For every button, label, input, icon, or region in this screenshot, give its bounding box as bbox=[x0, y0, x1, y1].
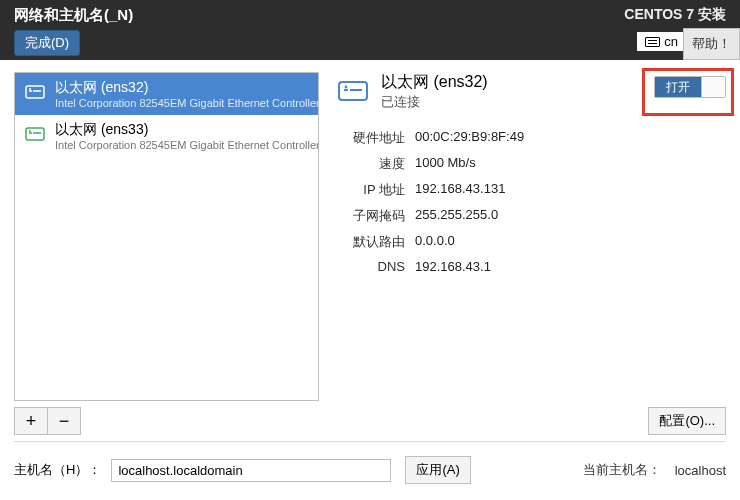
svg-point-5 bbox=[345, 86, 348, 89]
keyboard-indicator[interactable]: cn bbox=[637, 32, 686, 51]
interface-description: Intel Corporation 82545EM Gigabit Ethern… bbox=[55, 139, 319, 151]
done-button[interactable]: 完成(D) bbox=[14, 30, 80, 56]
speed-label: 速度 bbox=[335, 155, 405, 173]
footer: 主机名（H）： 应用(A) 当前主机名： localhost bbox=[0, 442, 740, 498]
hw-address-label: 硬件地址 bbox=[335, 129, 405, 147]
remove-interface-button[interactable]: − bbox=[47, 407, 81, 435]
route-label: 默认路由 bbox=[335, 233, 405, 251]
interface-name: 以太网 (ens33) bbox=[55, 121, 319, 139]
configure-button[interactable]: 配置(O)... bbox=[648, 407, 726, 435]
ethernet-icon bbox=[335, 72, 371, 108]
ip-label: IP 地址 bbox=[335, 181, 405, 199]
svg-point-1 bbox=[29, 88, 31, 90]
detail-interface-name: 以太网 (ens32) bbox=[381, 72, 488, 93]
toggle-on-label: 打开 bbox=[655, 77, 701, 97]
mask-label: 子网掩码 bbox=[335, 207, 405, 225]
connection-status: 已连接 bbox=[381, 93, 488, 111]
interface-item-ens32[interactable]: 以太网 (ens32) Intel Corporation 82545EM Gi… bbox=[15, 73, 318, 115]
ip-value: 192.168.43.131 bbox=[415, 181, 505, 199]
interface-item-ens33[interactable]: 以太网 (ens33) Intel Corporation 82545EM Gi… bbox=[15, 115, 318, 157]
interface-list: 以太网 (ens32) Intel Corporation 82545EM Gi… bbox=[14, 72, 319, 401]
interface-panel: 以太网 (ens32) Intel Corporation 82545EM Gi… bbox=[14, 72, 319, 435]
svg-rect-0 bbox=[26, 86, 44, 98]
connection-toggle[interactable]: 打开 bbox=[654, 76, 726, 98]
hw-address-value: 00:0C:29:B9:8F:49 bbox=[415, 129, 524, 147]
current-hostname-value: localhost bbox=[675, 463, 726, 478]
hostname-label: 主机名（H）： bbox=[14, 461, 101, 479]
list-buttons: + − bbox=[14, 407, 319, 435]
ethernet-icon bbox=[23, 79, 47, 103]
toggle-knob bbox=[701, 77, 725, 97]
detail-rows: 硬件地址00:0C:29:B9:8F:49 速度1000 Mb/s IP 地址1… bbox=[335, 129, 726, 274]
content-area: 以太网 (ens32) Intel Corporation 82545EM Gi… bbox=[0, 60, 740, 435]
header-bar: 网络和主机名(_N) 完成(D) CENTOS 7 安装 cn 帮助！ bbox=[0, 0, 740, 60]
current-hostname-label: 当前主机名： bbox=[583, 461, 661, 479]
dns-value: 192.168.43.1 bbox=[415, 259, 491, 274]
interface-description: Intel Corporation 82545EM Gigabit Ethern… bbox=[55, 97, 319, 109]
help-button[interactable]: 帮助！ bbox=[683, 28, 740, 60]
keyboard-layout: cn bbox=[664, 34, 678, 49]
apply-button[interactable]: 应用(A) bbox=[405, 456, 470, 484]
page-title: 网络和主机名(_N) bbox=[14, 6, 133, 25]
hostname-input[interactable] bbox=[111, 459, 391, 482]
speed-value: 1000 Mb/s bbox=[415, 155, 476, 173]
add-interface-button[interactable]: + bbox=[14, 407, 48, 435]
detail-panel: 以太网 (ens32) 已连接 打开 硬件地址00:0C:29:B9:8F:49… bbox=[329, 72, 726, 435]
keyboard-icon bbox=[645, 37, 660, 47]
route-value: 0.0.0.0 bbox=[415, 233, 455, 251]
installer-title: CENTOS 7 安装 bbox=[624, 6, 726, 24]
ethernet-icon bbox=[23, 121, 47, 145]
svg-point-3 bbox=[29, 130, 31, 132]
dns-label: DNS bbox=[335, 259, 405, 274]
mask-value: 255.255.255.0 bbox=[415, 207, 498, 225]
svg-rect-2 bbox=[26, 128, 44, 140]
interface-name: 以太网 (ens32) bbox=[55, 79, 319, 97]
